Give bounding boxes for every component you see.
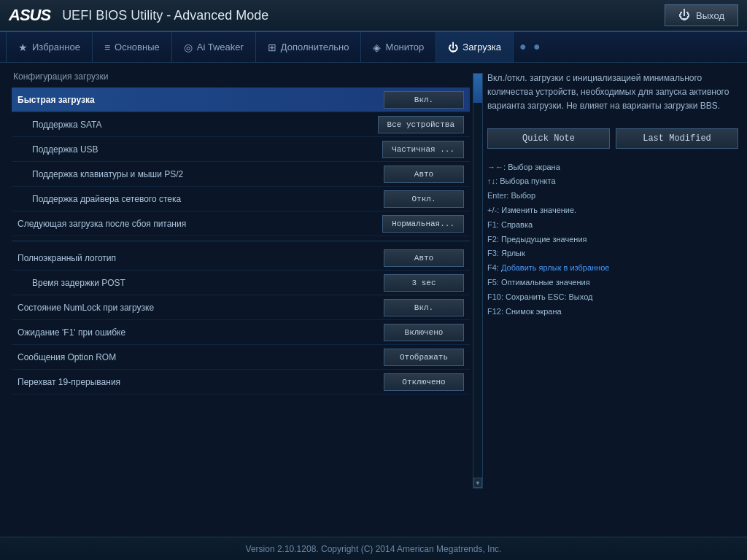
setting-row-fast-boot[interactable]: Быстрая загрузка Вкл. (12, 88, 470, 112)
help-row-plusminus: +/-: Изменить значение. (487, 203, 738, 218)
setting-row-sata[interactable]: Поддержка SATA Все устройства (12, 112, 470, 137)
setting-name-option-rom: Сообщения Option ROM (12, 352, 384, 362)
right-panel: Вкл./откл. загрузки с инициализацией мин… (481, 71, 747, 537)
setting-row-network[interactable]: Поддержка драйвера сетевого стека Откл. (12, 187, 470, 211)
section-label: Конфигурация загрузки (12, 71, 470, 82)
setting-value-fast-boot[interactable]: Вкл. (384, 91, 464, 109)
setting-value-next-boot[interactable]: Нормальная... (382, 215, 464, 233)
setting-value-usb[interactable]: Частичная ... (382, 141, 464, 158)
nav-item-ai-tweaker[interactable]: ◎ Ai Tweaker (172, 32, 256, 63)
scrollbar-down[interactable]: ▼ (473, 478, 482, 488)
setting-row-next-boot[interactable]: Следующая загрузка после сбоя питания Но… (12, 211, 470, 236)
setting-name-fullscreen-logo: Полноэкранный логотип (12, 253, 384, 263)
last-modified-button[interactable]: Last Modified (616, 128, 738, 149)
setting-value-post-delay[interactable]: 3 sec (384, 274, 464, 292)
list-icon: ≡ (104, 42, 110, 53)
help-row-f5: F5: Оптимальные значения (487, 276, 738, 290)
setting-name-network: Поддержка драйвера сетевого стека (12, 194, 384, 204)
setting-name-numlock: Состояние NumLock при загрузке (12, 303, 384, 313)
footer: Version 2.10.1208. Copyright (C) 2014 Am… (0, 537, 747, 560)
power-icon: ⏻ (678, 9, 690, 22)
setting-value-option-rom[interactable]: Отображать (384, 349, 464, 366)
header-title: UEFI BIOS Utility - Advanced Mode (62, 8, 268, 23)
setting-value-int19[interactable]: Отключено (384, 373, 464, 391)
exit-button[interactable]: ⏻ Выход (665, 4, 738, 26)
info-text: Вкл./откл. загрузки с инициализацией мин… (487, 71, 738, 114)
setting-name-fast-boot: Быстрая загрузка (12, 95, 384, 105)
help-row-enter: Enter: Выбор (487, 189, 738, 203)
setting-row-usb[interactable]: Поддержка USB Частичная ... (12, 137, 470, 162)
nav-dots: ● ● (519, 41, 541, 54)
help-row-f3: F3: Ярлык (487, 246, 738, 261)
main-content: Конфигурация загрузки Быстрая загрузка В… (0, 63, 747, 537)
asus-logo: ASUS (9, 6, 50, 25)
star-icon: ★ (18, 42, 28, 53)
setting-row-numlock[interactable]: Состояние NumLock при загрузке Вкл. (12, 295, 470, 320)
setting-name-post-delay: Время задержки POST (12, 278, 384, 288)
help-row-screen: →←: Выбор экрана (487, 160, 738, 175)
divider (12, 241, 470, 241)
help-section: →←: Выбор экрана ↑↓: Выбора пункта Enter… (487, 160, 738, 319)
help-row-f1: F1: Справка (487, 218, 738, 233)
setting-name-keyboard: Поддержка клавиатуры и мыши PS/2 (12, 169, 384, 179)
setting-value-f1-wait[interactable]: Включено (384, 324, 464, 341)
setting-value-numlock[interactable]: Вкл. (384, 299, 464, 316)
setting-name-sata: Поддержка SATA (12, 120, 378, 130)
setting-name-usb: Поддержка USB (12, 144, 382, 155)
setting-value-keyboard[interactable]: Авто (384, 166, 464, 183)
setting-row-int19[interactable]: Перехват 19-прерывания Отключено (12, 370, 470, 394)
setting-name-int19: Перехват 19-прерывания (12, 377, 384, 387)
nav-item-advanced[interactable]: ⊞ Дополнительно (256, 32, 362, 63)
setting-row-keyboard[interactable]: Поддержка клавиатуры и мыши PS/2 Авто (12, 162, 470, 187)
setting-name-f1-wait: Ожидание 'F1' при ошибке (12, 327, 384, 338)
setting-value-network[interactable]: Откл. (384, 190, 464, 208)
nav-item-favorites[interactable]: ★ Избранное (6, 32, 93, 63)
help-row-f4: F4: Добавить ярлык в избранное (487, 261, 738, 276)
setting-value-sata[interactable]: Все устройства (378, 116, 464, 133)
action-buttons: Quick Note Last Modified (487, 128, 738, 149)
setting-row-option-rom[interactable]: Сообщения Option ROM Отображать (12, 345, 470, 370)
setting-value-fullscreen-logo[interactable]: Авто (384, 249, 464, 267)
help-text: →←: Выбор экрана ↑↓: Выбора пункта Enter… (487, 160, 738, 319)
nav-item-main[interactable]: ≡ Основные (93, 32, 172, 63)
circle-icon: ◎ (184, 42, 193, 53)
footer-text: Version 2.10.1208. Copyright (C) 2014 Am… (246, 544, 502, 554)
header: ASUS UEFI BIOS Utility - Advanced Mode ⏻… (0, 0, 747, 32)
left-panel: Конфигурация загрузки Быстрая загрузка В… (0, 71, 481, 537)
setting-row-fullscreen-logo[interactable]: Полноэкранный логотип Авто (12, 246, 470, 271)
setting-row-f1-wait[interactable]: Ожидание 'F1' при ошибке Включено (12, 320, 470, 345)
help-row-f10: F10: Сохранить ESC: Выход (487, 290, 738, 305)
nav-item-boot[interactable]: ⏻ Загрузка (436, 32, 514, 63)
grid-icon: ⊞ (268, 42, 276, 53)
setting-row-post-delay[interactable]: Время задержки POST 3 sec (12, 271, 470, 295)
scrollbar[interactable]: ▲ ▼ (473, 73, 483, 489)
quick-note-button[interactable]: Quick Note (487, 128, 610, 149)
help-row-f12: F12: Снимок экрана (487, 305, 738, 319)
setting-name-next-boot: Следующая загрузка после сбоя питания (12, 219, 382, 229)
help-row-f2: F2: Предыдущие значения (487, 233, 738, 247)
monitor-icon: ◈ (373, 42, 381, 53)
navigation-bar: ★ Избранное ≡ Основные ◎ Ai Tweaker ⊞ До… (0, 32, 747, 63)
power-nav-icon: ⏻ (448, 42, 458, 53)
help-row-item: ↑↓: Выбора пункта (487, 174, 738, 189)
scrollbar-thumb[interactable] (473, 74, 482, 103)
nav-item-monitor[interactable]: ◈ Монитор (361, 32, 436, 63)
